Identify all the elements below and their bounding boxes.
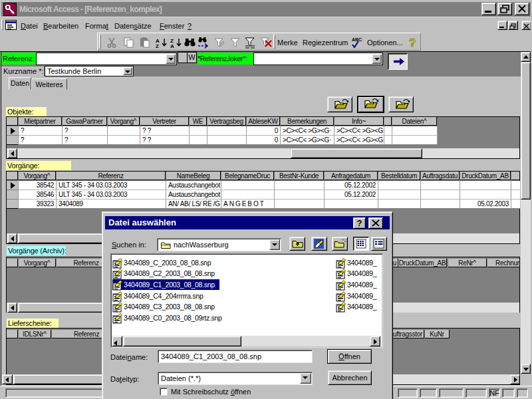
svg-text:?: ? bbox=[409, 37, 416, 49]
svg-text:Z: Z bbox=[156, 43, 159, 49]
svg-text:ABC: ABC bbox=[352, 37, 362, 42]
svg-text:A: A bbox=[170, 43, 174, 49]
